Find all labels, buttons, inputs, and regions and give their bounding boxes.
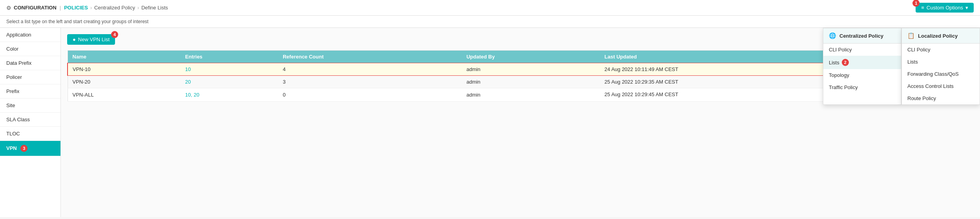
item-label: Route Policy	[907, 95, 936, 101]
gear-icon: ⚙	[6, 5, 11, 11]
sidebar-item-label: Color	[6, 46, 18, 52]
sidebar-item-label: VPN	[6, 145, 17, 151]
sidebar-item-application[interactable]: Application	[0, 28, 60, 42]
breadcrumb-arrow-2: ›	[137, 5, 139, 11]
col-reference-count: Reference Count	[278, 51, 462, 63]
sidebar-item-tloc[interactable]: TLOC	[0, 127, 60, 141]
sidebar-item-color[interactable]: Color	[0, 42, 60, 56]
entries-link[interactable]: 20	[185, 79, 191, 85]
cell-entries: 10	[181, 63, 278, 76]
col-updated-by: Updated By	[462, 51, 600, 63]
cell-ref-count: 4	[278, 63, 462, 76]
dropdown-item-cli-policy-local[interactable]: CLI Policy	[902, 44, 980, 56]
sidebar-item-label: Data Prefix	[6, 60, 31, 66]
dropdown-item-topology[interactable]: Topology	[823, 69, 901, 81]
dropdown-item-lists-central[interactable]: Lists 2	[823, 56, 901, 69]
localized-policy-label: Localized Policy	[918, 33, 958, 39]
cell-updated-by: admin	[462, 76, 600, 88]
cell-entries: 10, 20	[181, 88, 278, 102]
sidebar: Application Color Data Prefix Policer Pr…	[0, 28, 61, 217]
centralized-policy-dropdown: 🌐 Centralized Policy CLI Policy Lists 2 …	[823, 28, 901, 105]
config-title: CONFIGURATION	[14, 5, 57, 11]
sidebar-item-label: Policer	[6, 74, 22, 80]
item-label: Lists	[829, 60, 839, 66]
localized-policy-header: 📋 Localized Policy	[902, 28, 980, 44]
sidebar-item-policer[interactable]: Policer	[0, 70, 60, 84]
dropdown-overlay: 🌐 Centralized Policy CLI Policy Lists 2 …	[823, 28, 980, 105]
chevron-down-icon: ▾	[965, 5, 968, 11]
separator: |	[60, 5, 61, 11]
dropdown-item-cli-policy-central[interactable]: CLI Policy	[823, 44, 901, 56]
new-vpn-list-button[interactable]: ● New VPN List 4	[67, 34, 115, 45]
sidebar-item-vpn[interactable]: VPN 3	[0, 141, 60, 156]
custom-options-badge: 1	[912, 0, 920, 7]
item-label: Topology	[829, 72, 849, 78]
sidebar-item-label: TLOC	[6, 131, 20, 137]
cell-name: VPN-ALL	[68, 88, 181, 102]
custom-options-icon: ≡	[921, 5, 924, 11]
lists-badge: 2	[842, 59, 849, 66]
custom-options-label: Custom Options	[927, 5, 963, 11]
dropdown-item-route-policy[interactable]: Route Policy	[902, 92, 980, 104]
new-vpn-badge: 4	[111, 31, 118, 38]
sidebar-item-site[interactable]: Site	[0, 99, 60, 113]
cell-ref-count: 3	[278, 76, 462, 88]
centralized-policy-label: Centralized Policy	[839, 33, 883, 39]
new-vpn-icon: ●	[73, 36, 76, 42]
cell-entries: 20	[181, 76, 278, 88]
clipboard-icon: 📋	[907, 32, 915, 39]
dropdown-item-forwarding-class[interactable]: Forwarding Class/QoS	[902, 68, 980, 80]
vpn-badge: 3	[20, 145, 27, 152]
entries-link[interactable]: 10	[185, 66, 191, 72]
cell-name: VPN-20	[68, 76, 181, 88]
item-label: CLI Policy	[829, 47, 852, 53]
item-label: Access Control Lists	[907, 83, 954, 89]
dropdown-item-traffic-policy[interactable]: Traffic Policy	[823, 81, 901, 93]
cell-updated-by: admin	[462, 88, 600, 102]
cell-updated-by: admin	[462, 63, 600, 76]
col-entries: Entries	[181, 51, 278, 63]
item-label: CLI Policy	[907, 47, 931, 53]
sidebar-item-label: Application	[6, 32, 31, 38]
cell-name: VPN-10	[68, 63, 181, 76]
sidebar-item-data-prefix[interactable]: Data Prefix	[0, 56, 60, 70]
last-updated-text: 25 Aug 2022 10:29:45 AM CEST	[605, 91, 678, 97]
main-layout: Application Color Data Prefix Policer Pr…	[0, 28, 980, 217]
sidebar-item-sla-class[interactable]: SLA Class	[0, 113, 60, 127]
sidebar-item-label: Site	[6, 102, 15, 108]
sidebar-item-label: SLA Class	[6, 117, 30, 122]
centralized-policy-header: 🌐 Centralized Policy	[823, 28, 901, 44]
breadcrumb-centralized: Centralized Policy	[94, 5, 135, 11]
entries-link[interactable]: 10, 20	[185, 92, 199, 98]
sidebar-item-prefix[interactable]: Prefix	[0, 84, 60, 99]
cell-ref-count: 0	[278, 88, 462, 102]
top-header: ⚙ CONFIGURATION | POLICIES › Centralized…	[0, 0, 980, 16]
col-name: Name	[68, 51, 181, 63]
globe-icon: 🌐	[829, 32, 836, 39]
item-label: Forwarding Class/QoS	[907, 71, 959, 77]
dropdown-item-lists-local[interactable]: Lists	[902, 56, 980, 68]
breadcrumb-arrow: ›	[90, 5, 92, 11]
item-label: Traffic Policy	[829, 84, 858, 90]
new-vpn-label: New VPN List	[78, 36, 110, 42]
dropdown-item-access-control-lists[interactable]: Access Control Lists	[902, 80, 980, 92]
localized-policy-dropdown: 📋 Localized Policy CLI Policy Lists Forw…	[901, 28, 980, 105]
policies-link[interactable]: POLICIES	[64, 5, 88, 11]
sub-header: Select a list type on the left and start…	[0, 16, 980, 28]
breadcrumb-define-lists: Define Lists	[141, 5, 168, 11]
item-label: Lists	[907, 59, 918, 65]
sub-header-text: Select a list type on the left and start…	[6, 19, 148, 24]
sidebar-item-label: Prefix	[6, 88, 19, 94]
custom-options-button[interactable]: 1 ≡ Custom Options ▾	[916, 3, 974, 13]
